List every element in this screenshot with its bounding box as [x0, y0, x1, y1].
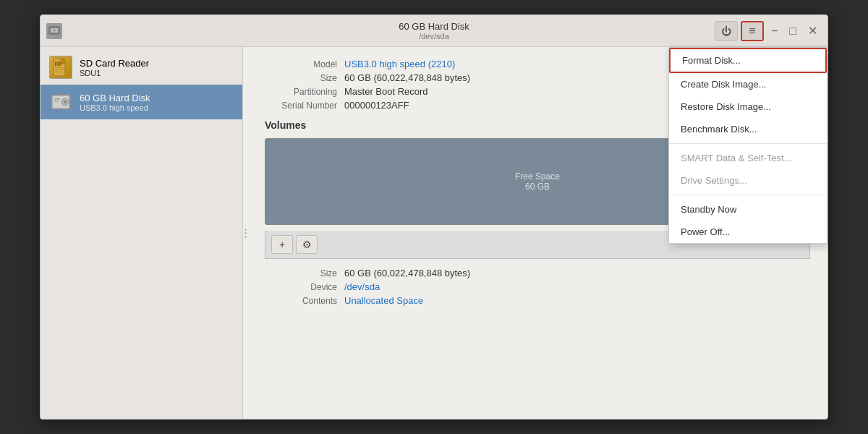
main-window: 60 GB Hard Disk /dev/sda ⏻ ≡ − □ ✕ — [40, 14, 828, 420]
resize-dots — [244, 229, 247, 238]
bottom-info: Size 60 GB (60,022,478,848 bytes) Device… — [265, 268, 810, 306]
menu-item-restore-disk-image-[interactable]: Restore Disk Image... — [669, 95, 827, 118]
svg-rect-3 — [52, 34, 56, 35]
size-label: Size — [265, 73, 344, 83]
menu-item-benchmark-disk-[interactable]: Benchmark Disk... — [669, 118, 827, 140]
bottom-size-label: Size — [265, 268, 344, 278]
resize-dot — [244, 232, 247, 234]
free-space-label: Free Space 60 GB — [515, 171, 560, 192]
sdcard-name: SD Card Reader — [80, 58, 149, 69]
menu-separator — [669, 195, 827, 195]
svg-rect-5 — [61, 59, 65, 64]
dropdown-menu: Format Disk...Create Disk Image...Restor… — [668, 47, 827, 244]
titlebar-center: 60 GB Hard Disk /dev/sda — [399, 21, 469, 41]
power-button[interactable]: ⏻ — [715, 21, 738, 41]
menu-item-standby-now[interactable]: Standby Now — [669, 198, 827, 221]
window-title: 60 GB Hard Disk — [399, 21, 469, 32]
sidebar-item-sdcard[interactable]: SD Card Reader SDU1 — [41, 50, 242, 85]
bottom-size-value: 60 GB (60,022,478,848 bytes) — [344, 268, 470, 278]
svg-rect-6 — [55, 61, 56, 66]
sidebar: SD Card Reader SDU1 60 GB Hard — [41, 47, 243, 419]
hd-icon — [49, 90, 72, 114]
bottom-size-row: Size 60 GB (60,022,478,848 bytes) — [265, 268, 810, 278]
menu-item-smart-data-self-test-: SMART Data & Self-Test... — [669, 147, 827, 169]
window-subtitle: /dev/sda — [399, 32, 469, 41]
bottom-contents-row: Contents Unallocated Space — [265, 295, 810, 306]
svg-point-2 — [54, 29, 56, 31]
serial-value: 000000123AFF — [344, 100, 409, 111]
serial-label: Serial Number — [265, 101, 344, 111]
svg-rect-8 — [59, 61, 61, 66]
svg-rect-10 — [55, 69, 64, 70]
harddisk-name: 60 GB Hard Disk — [80, 93, 150, 103]
sdcard-sub: SDU1 — [80, 69, 149, 77]
sd-card-icon — [49, 56, 72, 79]
menu-item-drive-settings-: Drive Settings... — [669, 169, 827, 192]
svg-point-15 — [64, 101, 67, 103]
bottom-contents-value: Unallocated Space — [344, 295, 423, 306]
bottom-contents-label: Contents — [265, 296, 344, 306]
resize-dot — [244, 236, 247, 238]
size-value: 60 GB (60,022,478,848 bytes) — [344, 72, 470, 83]
model-value: USB3.0 high speed (2210) — [344, 59, 455, 69]
sidebar-item-harddisk[interactable]: 60 GB Hard Disk USB3.0 high speed — [41, 85, 242, 119]
titlebar-controls: ⏻ ≡ − □ ✕ — [715, 21, 822, 41]
svg-rect-16 — [54, 98, 60, 100]
partitioning-value: Master Boot Record — [344, 86, 428, 97]
partition-settings-button[interactable]: ⚙ — [296, 235, 318, 254]
add-partition-button[interactable]: + — [271, 235, 293, 254]
svg-rect-7 — [57, 61, 59, 66]
sdcard-info: SD Card Reader SDU1 — [80, 58, 149, 77]
bottom-device-label: Device — [265, 282, 344, 292]
resize-dot — [244, 229, 247, 231]
menu-separator — [669, 143, 827, 144]
partitioning-label: Partitioning — [265, 87, 344, 97]
titlebar-left — [46, 23, 62, 39]
menu-item-format-disk-[interactable]: Format Disk... — [669, 48, 827, 73]
model-label: Model — [265, 59, 344, 69]
svg-rect-17 — [54, 101, 59, 102]
maximize-button[interactable]: □ — [785, 23, 801, 39]
svg-rect-9 — [55, 67, 64, 68]
menu-item-create-disk-image-[interactable]: Create Disk Image... — [669, 73, 827, 95]
titlebar: 60 GB Hard Disk /dev/sda ⏻ ≡ − □ ✕ — [41, 15, 827, 47]
menu-button[interactable]: ≡ — [741, 21, 764, 41]
menu-item-power-off-[interactable]: Power Off... — [669, 221, 827, 243]
bottom-device-row: Device /dev/sda — [265, 281, 810, 292]
harddisk-info: 60 GB Hard Disk USB3.0 high speed — [80, 93, 150, 112]
app-icon — [46, 23, 62, 39]
minimize-button[interactable]: − — [767, 23, 782, 39]
harddisk-sub: USB3.0 high speed — [80, 103, 150, 112]
close-button[interactable]: ✕ — [804, 22, 822, 39]
svg-rect-11 — [55, 72, 61, 72]
bottom-device-value: /dev/sda — [344, 281, 380, 292]
